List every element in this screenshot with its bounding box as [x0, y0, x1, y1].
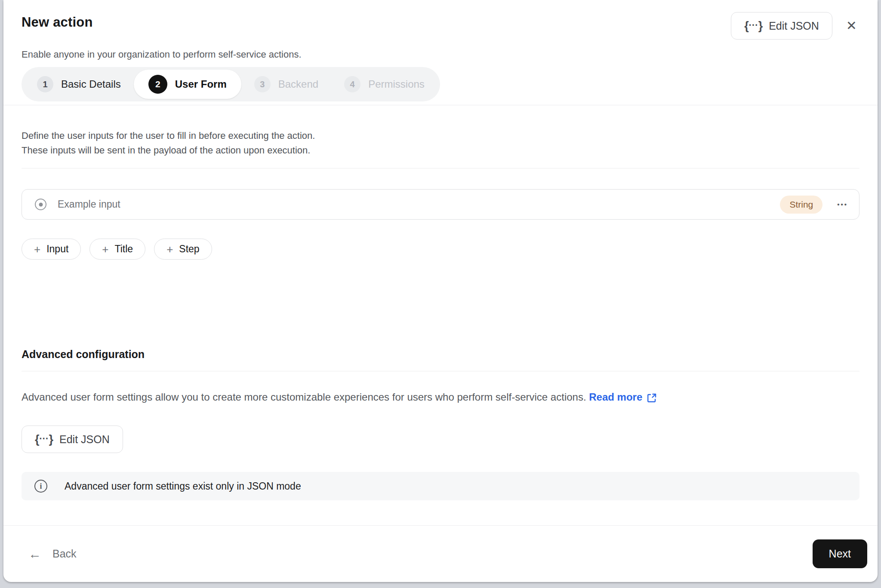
- step-backend[interactable]: 3 Backend: [241, 71, 331, 98]
- form-description-line2: These inputs will be sent in the payload…: [22, 143, 859, 158]
- section-divider: [22, 371, 859, 371]
- modal-body: Define the user inputs for the user to f…: [3, 105, 878, 525]
- modal-footer: ← Back Next: [3, 525, 878, 582]
- step-permissions[interactable]: 4 Permissions: [331, 71, 437, 98]
- back-label: Back: [52, 548, 77, 560]
- step-basic-details[interactable]: 1 Basic Details: [24, 71, 134, 98]
- step-user-form[interactable]: 2 User Form: [134, 70, 241, 99]
- read-more-label: Read more: [589, 389, 642, 405]
- step-number: 2: [148, 75, 167, 94]
- info-banner-text: Advanced user form settings exist only i…: [65, 481, 301, 492]
- step-number: 1: [37, 76, 53, 92]
- page-title: New action: [22, 15, 93, 30]
- step-label: Backend: [278, 78, 318, 90]
- external-link-icon: [647, 393, 657, 403]
- step-label: Basic Details: [61, 78, 121, 90]
- add-input-button[interactable]: + Input: [22, 239, 81, 260]
- read-more-link[interactable]: Read more: [589, 389, 657, 405]
- info-icon: i: [34, 480, 47, 493]
- add-buttons-row: + Input + Title + Step: [22, 239, 859, 260]
- plus-icon: +: [102, 244, 108, 255]
- modal-header: New action {⋯} Edit JSON ✕ Enable anyone…: [3, 0, 878, 105]
- radio-icon: [35, 199, 46, 210]
- plus-icon: +: [34, 244, 40, 255]
- back-button[interactable]: ← Back: [28, 548, 77, 560]
- advanced-description-text: Advanced user form settings allow you to…: [22, 391, 586, 403]
- form-description: Define the user inputs for the user to f…: [22, 129, 859, 158]
- step-number: 3: [254, 76, 271, 92]
- step-label: User Form: [175, 78, 227, 90]
- add-step-button[interactable]: + Step: [154, 239, 212, 260]
- back-arrow-icon: ←: [28, 548, 41, 560]
- stepper: 1 Basic Details 2 User Form 3 Backend 4 …: [22, 67, 440, 101]
- edit-json-button-advanced[interactable]: {⋯} Edit JSON: [22, 426, 123, 453]
- type-badge: String: [780, 196, 822, 214]
- form-input-row[interactable]: Example input String •••: [22, 189, 859, 220]
- edit-json-button-header[interactable]: {⋯} Edit JSON: [731, 12, 832, 40]
- input-row-label: Example input: [58, 199, 780, 210]
- new-action-modal: New action {⋯} Edit JSON ✕ Enable anyone…: [3, 0, 878, 582]
- info-banner: i Advanced user form settings exist only…: [22, 472, 859, 500]
- edit-json-label: Edit JSON: [769, 20, 819, 32]
- add-title-label: Title: [115, 243, 133, 255]
- next-button[interactable]: Next: [813, 539, 867, 568]
- add-title-button[interactable]: + Title: [89, 239, 145, 260]
- edit-json-label: Edit JSON: [59, 433, 110, 446]
- advanced-configuration-heading: Advanced configuration: [22, 348, 859, 361]
- add-step-label: Step: [179, 243, 199, 255]
- close-icon[interactable]: ✕: [844, 17, 859, 35]
- braces-icon: {⋯}: [744, 19, 762, 33]
- add-input-label: Input: [46, 243, 68, 255]
- section-divider: [22, 168, 859, 168]
- row-menu-icon[interactable]: •••: [837, 201, 848, 208]
- form-description-line1: Define the user inputs for the user to f…: [22, 129, 859, 143]
- modal-subtitle: Enable anyone in your organization to pe…: [22, 49, 859, 60]
- plus-icon: +: [166, 244, 173, 255]
- step-number: 4: [344, 76, 360, 92]
- advanced-description: Advanced user form settings allow you to…: [22, 389, 859, 405]
- braces-icon: {⋯}: [35, 433, 52, 446]
- step-label: Permissions: [368, 78, 425, 90]
